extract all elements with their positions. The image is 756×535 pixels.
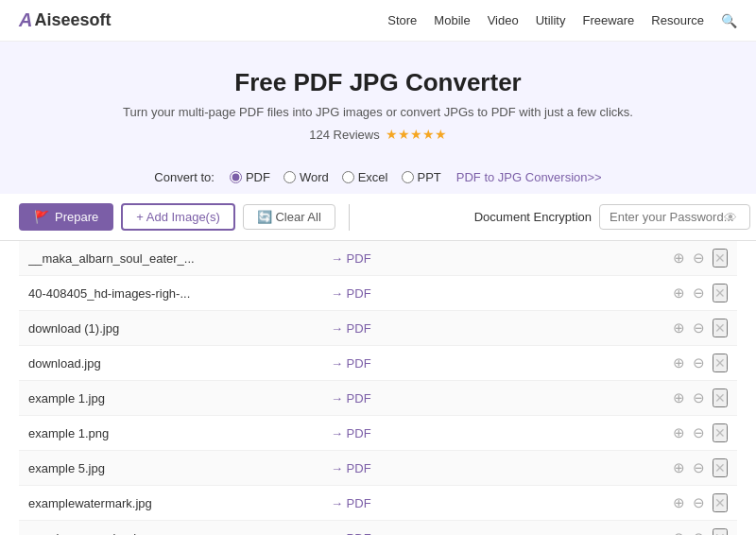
file-target: → PDF: [331, 286, 673, 301]
file-actions: ⊕ ⊖ ✕: [673, 249, 728, 268]
nav: Store Mobile Video Utility Freeware Reso…: [387, 13, 737, 28]
file-actions: ⊕ ⊖ ✕: [673, 388, 728, 407]
zoom-in-icon[interactable]: ⊕: [673, 285, 685, 302]
file-name: examplewatermark.jpg: [28, 496, 331, 510]
toolbar-divider: [349, 204, 350, 231]
reviews: 124 Reviews ★★★★★: [19, 127, 737, 142]
hero-section: Free PDF JPG Converter Turn your multi-p…: [0, 42, 756, 157]
nav-utility[interactable]: Utility: [536, 13, 566, 27]
toolbar-left: 🚩 Prepare + Add Image(s) 🔄 Clear All: [19, 203, 335, 231]
zoom-in-icon[interactable]: ⊕: [673, 319, 685, 337]
file-name: __maka_albarn_soul_eater_...: [28, 251, 331, 266]
toolbar-right: Document Encryption 👁: [474, 204, 737, 230]
remove-icon[interactable]: ✕: [713, 284, 728, 302]
convert-radio-group: PDF Word Excel PPT: [230, 170, 441, 184]
zoom-in-icon[interactable]: ⊕: [673, 494, 685, 511]
table-row: download.jpg → PDF ⊕ ⊖ ✕: [19, 346, 737, 381]
file-actions: ⊕ ⊖ ✕: [673, 354, 728, 372]
clear-all-button[interactable]: 🔄 Clear All: [243, 204, 335, 230]
file-list: __maka_albarn_soul_eater_... → PDF ⊕ ⊖ ✕…: [0, 241, 756, 535]
eye-icon[interactable]: 👁: [724, 210, 737, 225]
zoom-out-icon[interactable]: ⊖: [693, 319, 705, 337]
convert-to-label: Convert to:: [154, 170, 215, 184]
zoom-out-icon[interactable]: ⊖: [693, 424, 705, 441]
table-row: 40-408405_hd-images-righ-... → PDF ⊕ ⊖ ✕: [19, 276, 737, 311]
flag-icon: 🚩: [34, 210, 49, 224]
password-wrap: 👁: [599, 204, 737, 230]
zoom-in-icon[interactable]: ⊕: [673, 389, 685, 406]
nav-resource[interactable]: Resource: [651, 13, 704, 27]
convert-options-row: Convert to: PDF Word Excel PPT PDF to JP…: [0, 157, 756, 194]
logo: A Aiseesoft: [19, 9, 111, 31]
remove-icon[interactable]: ✕: [713, 249, 728, 268]
file-name: surprise_marvel_releases_a_...: [28, 531, 331, 536]
file-actions: ⊕ ⊖ ✕: [673, 458, 728, 477]
zoom-in-icon[interactable]: ⊕: [673, 250, 685, 267]
star-rating: ★★★★★: [386, 127, 447, 142]
zoom-out-icon[interactable]: ⊖: [693, 354, 705, 371]
file-target: → PDF: [331, 356, 673, 371]
file-name: example 5.jpg: [28, 461, 331, 475]
nav-mobile[interactable]: Mobile: [434, 13, 470, 27]
prepare-button[interactable]: 🚩 Prepare: [19, 203, 113, 231]
remove-icon[interactable]: ✕: [713, 528, 728, 535]
table-row: example 1.png → PDF ⊕ ⊖ ✕: [19, 416, 737, 451]
nav-store[interactable]: Store: [387, 13, 417, 27]
zoom-out-icon[interactable]: ⊖: [693, 494, 705, 511]
file-target: → PDF: [331, 531, 673, 536]
doc-encryption-label: Document Encryption: [474, 210, 592, 224]
header: A Aiseesoft Store Mobile Video Utility F…: [0, 0, 756, 42]
remove-icon[interactable]: ✕: [713, 493, 728, 512]
zoom-in-icon[interactable]: ⊕: [673, 354, 685, 371]
radio-ppt[interactable]: PPT: [402, 170, 441, 184]
zoom-out-icon[interactable]: ⊖: [693, 250, 705, 267]
zoom-in-icon[interactable]: ⊕: [673, 459, 685, 476]
file-actions: ⊕ ⊖ ✕: [673, 319, 728, 337]
table-row: example 5.jpg → PDF ⊕ ⊖ ✕: [19, 451, 737, 486]
file-target: → PDF: [331, 461, 673, 475]
file-actions: ⊕ ⊖ ✕: [673, 528, 728, 535]
zoom-in-icon[interactable]: ⊕: [673, 424, 685, 441]
file-target: → PDF: [331, 426, 673, 440]
radio-pdf[interactable]: PDF: [230, 170, 270, 184]
page-title: Free PDF JPG Converter: [19, 68, 737, 97]
add-images-button[interactable]: + Add Image(s): [121, 203, 235, 231]
file-actions: ⊕ ⊖ ✕: [673, 423, 728, 442]
zoom-out-icon[interactable]: ⊖: [693, 285, 705, 302]
table-row: surprise_marvel_releases_a_... → PDF ⊕ ⊖…: [19, 521, 737, 535]
zoom-in-icon[interactable]: ⊕: [673, 529, 685, 535]
file-target: → PDF: [331, 391, 673, 406]
pdf-to-jpg-link[interactable]: PDF to JPG Conversion>>: [456, 170, 602, 184]
nav-video[interactable]: Video: [488, 13, 519, 27]
remove-icon[interactable]: ✕: [713, 423, 728, 442]
file-actions: ⊕ ⊖ ✕: [673, 284, 728, 302]
table-row: examplewatermark.jpg → PDF ⊕ ⊖ ✕: [19, 486, 737, 521]
remove-icon[interactable]: ✕: [713, 354, 728, 372]
radio-word[interactable]: Word: [284, 170, 329, 184]
remove-icon[interactable]: ✕: [713, 458, 728, 477]
file-name: 40-408405_hd-images-righ-...: [28, 286, 331, 301]
file-target: → PDF: [331, 321, 673, 336]
file-target: → PDF: [331, 496, 673, 510]
zoom-out-icon[interactable]: ⊖: [693, 459, 705, 476]
file-name: example 1.jpg: [28, 391, 331, 406]
nav-freeware[interactable]: Freeware: [582, 13, 634, 27]
remove-icon[interactable]: ✕: [713, 388, 728, 407]
radio-excel[interactable]: Excel: [342, 170, 388, 184]
file-name: download.jpg: [28, 356, 331, 371]
file-target: → PDF: [331, 251, 673, 266]
table-row: download (1).jpg → PDF ⊕ ⊖ ✕: [19, 311, 737, 346]
file-actions: ⊕ ⊖ ✕: [673, 493, 728, 512]
remove-icon[interactable]: ✕: [713, 319, 728, 337]
table-row: __maka_albarn_soul_eater_... → PDF ⊕ ⊖ ✕: [19, 241, 737, 276]
search-icon[interactable]: 🔍: [721, 13, 737, 28]
review-count: 124 Reviews: [309, 128, 379, 142]
logo-icon: A: [19, 9, 32, 31]
logo-text: Aiseesoft: [34, 10, 111, 30]
table-row: example 1.jpg → PDF ⊕ ⊖ ✕: [19, 381, 737, 416]
zoom-out-icon[interactable]: ⊖: [693, 389, 705, 406]
toolbar: 🚩 Prepare + Add Image(s) 🔄 Clear All Doc…: [0, 194, 756, 241]
zoom-out-icon[interactable]: ⊖: [693, 529, 705, 535]
file-name: download (1).jpg: [28, 321, 331, 336]
hero-subtitle: Turn your multi-page PDF files into JPG …: [19, 105, 737, 119]
